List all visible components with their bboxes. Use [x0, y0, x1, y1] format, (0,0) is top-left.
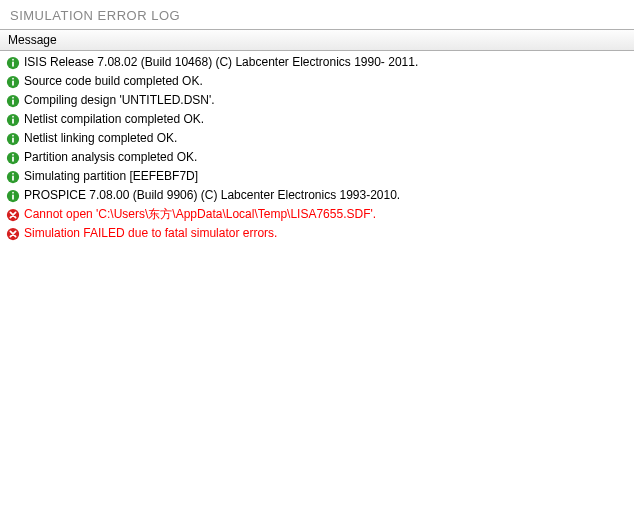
info-icon: [6, 75, 20, 89]
log-message: Netlist linking completed OK.: [24, 130, 177, 147]
svg-rect-16: [12, 153, 14, 155]
svg-rect-11: [12, 118, 14, 123]
info-icon: [6, 189, 20, 203]
log-message: Compiling design 'UNTITLED.DSN'.: [24, 92, 215, 109]
log-row[interactable]: Simulation FAILED due to fatal simulator…: [4, 224, 630, 243]
svg-rect-1: [12, 58, 14, 60]
svg-rect-22: [12, 191, 14, 193]
log-message: Cannot open 'C:\Users\东方\AppData\Local\T…: [24, 206, 376, 223]
svg-rect-4: [12, 77, 14, 79]
log-row[interactable]: Partition analysis completed OK.: [4, 148, 630, 167]
error-icon: [6, 227, 20, 241]
svg-rect-2: [12, 61, 14, 66]
svg-rect-13: [12, 134, 14, 136]
log-message: Source code build completed OK.: [24, 73, 203, 90]
log-list: ISIS Release 7.08.02 (Build 10468) (C) L…: [0, 51, 634, 245]
info-icon: [6, 170, 20, 184]
svg-rect-14: [12, 137, 14, 142]
log-message: Partition analysis completed OK.: [24, 149, 197, 166]
log-message: PROSPICE 7.08.00 (Build 9906) (C) Labcen…: [24, 187, 400, 204]
log-message: Netlist compilation completed OK.: [24, 111, 204, 128]
log-message: ISIS Release 7.08.02 (Build 10468) (C) L…: [24, 54, 418, 71]
info-icon: [6, 94, 20, 108]
log-message: Simulation FAILED due to fatal simulator…: [24, 225, 277, 242]
error-icon: [6, 208, 20, 222]
svg-rect-17: [12, 156, 14, 161]
svg-rect-20: [12, 175, 14, 180]
log-row[interactable]: Compiling design 'UNTITLED.DSN'.: [4, 91, 630, 110]
log-row[interactable]: ISIS Release 7.08.02 (Build 10468) (C) L…: [4, 53, 630, 72]
svg-rect-5: [12, 80, 14, 85]
log-message: Simulating partition [EEFEBF7D]: [24, 168, 198, 185]
log-row[interactable]: Source code build completed OK.: [4, 72, 630, 91]
log-row[interactable]: Netlist linking completed OK.: [4, 129, 630, 148]
svg-rect-7: [12, 96, 14, 98]
info-icon: [6, 113, 20, 127]
log-row[interactable]: PROSPICE 7.08.00 (Build 9906) (C) Labcen…: [4, 186, 630, 205]
info-icon: [6, 56, 20, 70]
log-row[interactable]: Netlist compilation completed OK.: [4, 110, 630, 129]
info-icon: [6, 151, 20, 165]
svg-rect-19: [12, 172, 14, 174]
svg-rect-10: [12, 115, 14, 117]
svg-rect-8: [12, 99, 14, 104]
column-header-message[interactable]: Message: [0, 29, 634, 51]
log-row[interactable]: Cannot open 'C:\Users\东方\AppData\Local\T…: [4, 205, 630, 224]
info-icon: [6, 132, 20, 146]
svg-rect-23: [12, 194, 14, 199]
log-row[interactable]: Simulating partition [EEFEBF7D]: [4, 167, 630, 186]
window-title: SIMULATION ERROR LOG: [0, 0, 634, 29]
